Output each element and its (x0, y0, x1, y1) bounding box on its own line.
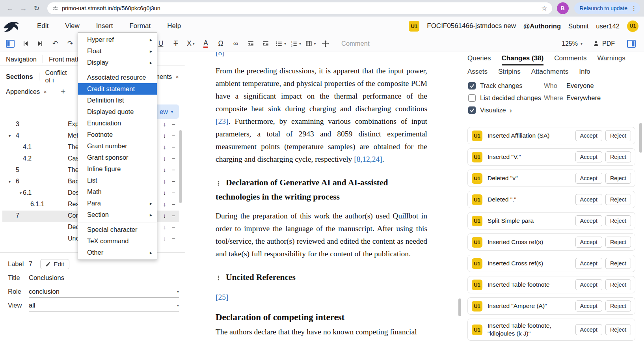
reload-icon[interactable]: ↻ (31, 2, 43, 14)
insert-menu-item-para[interactable]: Para▸ (78, 198, 157, 209)
citation-link[interactable]: [8] (216, 52, 225, 57)
change-card[interactable]: U1Inserted Table footnoteAcceptReject (467, 276, 635, 293)
forward-icon[interactable]: → (17, 2, 29, 14)
tab-changes-38[interactable]: Changes (38) (502, 54, 544, 65)
indent-button[interactable] (259, 37, 272, 50)
toggle-left-panel-button[interactable] (4, 37, 17, 50)
site-info-icon[interactable] (52, 5, 58, 11)
change-card[interactable]: U1Inserted "Ampere (A)"AcceptReject (467, 297, 635, 315)
accept-button[interactable]: Accept (575, 279, 602, 290)
remove-icon[interactable]: − (171, 121, 176, 127)
user-avatar[interactable]: U1 (627, 21, 638, 32)
insert-menu-item-tex-command[interactable]: TeX command (78, 235, 157, 247)
insert-menu-item-section[interactable]: Section▸ (78, 209, 157, 220)
tab-navigation[interactable]: Navigation (0, 56, 43, 63)
citation-link[interactable]: [25] (216, 293, 229, 301)
expand-caret-icon[interactable]: ▾ (9, 134, 11, 138)
edit-label-button[interactable]: Edit (40, 259, 69, 269)
insert-menu-item-hyper-ref[interactable]: Hyper ref▸ (78, 34, 157, 45)
authoring-mode-button[interactable]: @Authoring (523, 22, 561, 30)
citation-link[interactable]: [23] (216, 117, 229, 125)
partially-hidden-view-button[interactable]: ew ▾ (154, 104, 179, 119)
change-card[interactable]: U1Inserted Cross ref(s)AcceptReject (467, 255, 635, 272)
special-character-button[interactable]: Ω (214, 37, 227, 50)
reject-button[interactable]: Reject (605, 130, 631, 141)
menu-edit[interactable]: Edit (37, 22, 48, 30)
document-scrollbar-thumb[interactable] (458, 298, 461, 316)
insert-menu-item-special-character[interactable]: Special character (78, 224, 157, 235)
insert-menu-item-display[interactable]: Display▸ (78, 57, 157, 68)
move-down-icon[interactable]: ↓ (162, 166, 167, 173)
tab-stripins[interactable]: Stripins (498, 68, 521, 78)
remove-icon[interactable]: − (171, 166, 176, 173)
remove-icon[interactable]: − (171, 224, 176, 230)
change-card[interactable]: U1Inserted "V."AcceptReject (467, 148, 635, 166)
change-card[interactable]: U1Inserted Affiliation (SA)AcceptReject (467, 127, 635, 144)
left-panel-scrollbar-thumb[interactable] (179, 130, 182, 203)
bullet-list-button[interactable]: ▾ (274, 37, 287, 50)
view-select[interactable]: all ▾ (29, 299, 179, 312)
menu-help[interactable]: Help (167, 22, 181, 30)
accept-button[interactable]: Accept (575, 258, 602, 269)
bookmark-star-icon[interactable]: ☆ (541, 4, 547, 13)
move-node-button[interactable] (319, 37, 332, 50)
tab-info[interactable]: Info (579, 68, 590, 78)
tab-comments[interactable]: Comments (554, 54, 586, 65)
accept-button[interactable]: Accept (575, 130, 602, 141)
citation-link[interactable]: [8,12,24] (354, 155, 382, 163)
toggle-right-panel-button[interactable] (625, 37, 638, 50)
remove-icon[interactable]: − (171, 235, 176, 242)
skip-to-end-icon[interactable] (34, 37, 47, 50)
submit-button[interactable]: Submit (568, 22, 588, 30)
who-value-select[interactable]: Everyone (566, 82, 594, 90)
move-down-icon[interactable]: ↓ (162, 224, 167, 230)
insert-menu-item-grant-sponsor[interactable]: Grant sponsor (78, 152, 157, 163)
reject-button[interactable]: Reject (605, 279, 631, 290)
list-decided-checkbox[interactable] (468, 94, 476, 102)
move-down-icon[interactable]: ↓ (162, 132, 167, 139)
script-format-button[interactable]: X ▾ (184, 37, 197, 50)
insert-menu-item-float[interactable]: Float▸ (78, 45, 157, 57)
insert-menu-item-enunciation[interactable]: Enunciation (78, 118, 157, 129)
menu-view[interactable]: View (65, 22, 80, 30)
redo-button[interactable]: ↷ (64, 37, 76, 50)
document-editor-area[interactable]: [8]From the preceding discussions, it is… (186, 52, 464, 360)
tab-queries[interactable]: Queries (467, 54, 491, 65)
comment-input[interactable]: Comment (341, 40, 370, 47)
remove-icon[interactable]: − (171, 212, 176, 219)
remove-icon[interactable]: − (171, 132, 176, 139)
track-changes-checkbox[interactable] (468, 82, 476, 90)
move-down-icon[interactable]: ↓ (162, 212, 167, 219)
tab-appendices[interactable]: Appendices × (0, 88, 53, 95)
insert-menu-item-grant-number[interactable]: Grant number (78, 140, 157, 152)
where-value-select[interactable]: Everywhere (566, 94, 601, 102)
text-color-button[interactable]: A (199, 37, 212, 50)
menu-format[interactable]: Format (129, 22, 151, 30)
change-card[interactable]: U1Deleted "."AcceptReject (467, 191, 635, 208)
insert-menu-item-footnote[interactable]: Footnote (78, 129, 157, 140)
add-tab-icon[interactable]: + (61, 87, 65, 96)
strikethrough-button[interactable]: T (169, 37, 182, 50)
accept-button[interactable]: Accept (575, 173, 602, 184)
reject-button[interactable]: Reject (605, 151, 631, 162)
insert-menu-item-other[interactable]: Other▸ (78, 247, 157, 258)
remove-icon[interactable]: − (171, 201, 176, 207)
remove-icon[interactable]: − (171, 155, 176, 162)
move-down-icon[interactable]: ↓ (162, 201, 167, 207)
infinity-button[interactable]: ∞ (229, 37, 242, 50)
tab-warnings[interactable]: Warnings (597, 54, 625, 65)
expand-caret-icon[interactable]: ▾ (20, 191, 22, 195)
remove-icon[interactable]: − (171, 178, 176, 185)
pdf-export-button[interactable]: PDF (593, 40, 615, 47)
outdent-button[interactable] (244, 37, 257, 50)
relaunch-update-button[interactable]: Relaunch to update ⋮ (574, 2, 640, 14)
skip-to-start-icon[interactable] (19, 37, 32, 50)
close-icon[interactable]: × (43, 88, 47, 95)
move-down-icon[interactable]: ↓ (162, 189, 167, 196)
reject-button[interactable]: Reject (605, 215, 631, 226)
chevron-right-icon[interactable]: › (510, 107, 512, 114)
back-icon[interactable]: ← (4, 2, 16, 14)
change-card[interactable]: U1Split Simple paraAcceptReject (467, 212, 635, 229)
tab-conflict-of-interest[interactable]: Conflict of i (39, 69, 75, 84)
move-down-icon[interactable]: ↓ (162, 121, 167, 127)
